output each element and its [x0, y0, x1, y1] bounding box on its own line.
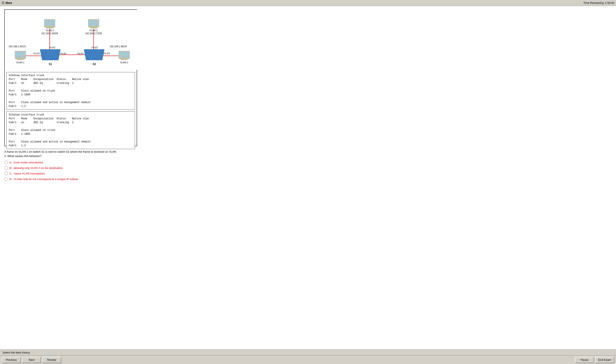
svg-text:192.168.1.86/29: 192.168.1.86/29	[110, 45, 127, 48]
svg-text:192.168.2.190/28: 192.168.2.190/28	[41, 32, 58, 35]
svg-rect-20	[16, 58, 25, 59]
svg-rect-25	[120, 58, 128, 59]
radio-c[interactable]	[4, 172, 8, 175]
svg-marker-28	[40, 49, 60, 60]
radio-d[interactable]	[4, 177, 8, 181]
svg-text:Fa 0/3: Fa 0/3	[34, 52, 40, 55]
answer-options: A. trunk mode mismatches B. allowing onl…	[4, 161, 612, 181]
review-button[interactable]: Review	[42, 357, 61, 363]
option-c[interactable]: C. native VLAN mismatches	[4, 172, 612, 175]
network-diagram: VLAN 2 192.168.2.190/28 VLAN 2 192.168.2…	[5, 10, 138, 70]
main-content: VLAN 2 192.168.2.190/28 VLAN 2 192.168.2…	[0, 6, 616, 350]
svg-text:Fa 0/2: Fa 0/2	[92, 46, 98, 49]
titlebar: ☐ Mark Time Remaining: 1:59:40	[0, 0, 616, 6]
label-b[interactable]: B. allowing only VLAN 2 on the destinati…	[9, 166, 63, 169]
svg-text:VLAN 1: VLAN 1	[16, 61, 24, 64]
next-button[interactable]: Next	[22, 357, 41, 363]
nav-buttons-left: Previous Next Review	[2, 357, 61, 363]
pause-button[interactable]: Pause	[575, 357, 594, 363]
option-b[interactable]: B. allowing only VLAN 2 on the destinati…	[4, 166, 612, 169]
label-a[interactable]: A. trunk mode mismatches	[9, 161, 43, 164]
svg-marker-30	[84, 49, 104, 60]
label-c[interactable]: C. native VLAN mismatches	[9, 172, 45, 175]
mark-label: Mark	[6, 1, 12, 4]
status-text: Select the best choice.	[2, 351, 31, 354]
s1-trunk-output: S1#show interface trunk Port Mode Encaps…	[9, 74, 133, 108]
option-d[interactable]: D. VLANs that do not correspond to a uni…	[4, 177, 612, 181]
svg-rect-7	[44, 20, 55, 26]
svg-text:Fa 0/1: Fa 0/1	[60, 52, 67, 55]
bottombar: Previous Next Review Pause End Exam	[0, 355, 616, 364]
svg-rect-24	[119, 52, 130, 58]
s2-trunk-output: S2#show interface trunk Port Mode Encaps…	[9, 113, 133, 148]
svg-text:S1: S1	[49, 63, 52, 66]
svg-rect-14	[89, 26, 98, 27]
svg-text:S2: S2	[93, 63, 96, 66]
nav-buttons-right: Pause End Exam	[575, 357, 614, 363]
svg-rect-9	[46, 27, 53, 28]
svg-text:Fa 0/1: Fa 0/1	[78, 52, 84, 55]
svg-text:VLAN 2: VLAN 2	[46, 29, 54, 32]
svg-rect-19	[15, 52, 26, 58]
question-text: A frame on VLAN 1 on switch S1 is sent t…	[4, 150, 612, 158]
svg-text:Fa 0/2: Fa 0/2	[49, 46, 56, 49]
svg-rect-26	[121, 59, 127, 60]
svg-rect-0	[5, 10, 138, 70]
statusbar: Select the best choice.	[0, 350, 616, 355]
titlebar-title: ☐ Mark	[2, 1, 12, 4]
s2-trunk-table: S2#show interface trunk Port Mode Encaps…	[6, 111, 135, 149]
label-d[interactable]: D. VLANs that do not correspond to a uni…	[9, 178, 78, 181]
svg-text:192.168.2.172/28: 192.168.2.172/28	[85, 32, 102, 35]
svg-rect-15	[90, 27, 97, 28]
diagram-container: VLAN 2 192.168.2.190/28 VLAN 2 192.168.2…	[4, 9, 137, 146]
svg-text:192.168.1.82/29: 192.168.1.82/29	[9, 45, 26, 48]
svg-text:VLAN 1: VLAN 1	[120, 61, 128, 64]
radio-b[interactable]	[4, 166, 8, 169]
svg-rect-21	[17, 59, 24, 60]
svg-rect-8	[45, 26, 54, 27]
svg-text:VLAN 2: VLAN 2	[90, 29, 98, 32]
svg-rect-13	[88, 20, 99, 26]
option-a[interactable]: A. trunk mode mismatches	[4, 161, 612, 164]
mark-icon: ☐	[2, 1, 4, 4]
radio-a[interactable]	[4, 161, 8, 164]
svg-text:Fa 0/3: Fa 0/3	[104, 52, 110, 55]
question-body: A frame on VLAN 1 on switch S1 is sent t…	[4, 150, 116, 158]
previous-button[interactable]: Previous	[2, 357, 21, 363]
time-remaining: Time Remaining: 1:59:40	[583, 1, 614, 4]
s1-trunk-table: S1#show interface trunk Port Mode Encaps…	[6, 72, 135, 110]
end-exam-button[interactable]: End Exam	[595, 357, 614, 363]
